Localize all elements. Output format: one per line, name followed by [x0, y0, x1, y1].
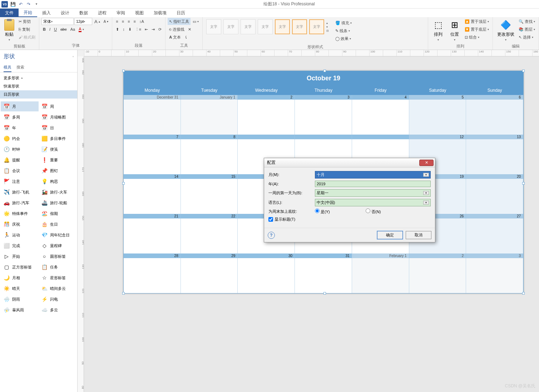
bold-button[interactable]: B [41, 26, 47, 33]
strike-button[interactable]: abc [59, 26, 68, 33]
font-size-combo[interactable]: 12pt ▾ [74, 18, 92, 25]
shape-item[interactable]: 🟡约会 [1, 134, 39, 144]
style-thumb[interactable]: 文字 [223, 19, 238, 34]
cross-tool-button[interactable]: ✕ [187, 26, 193, 33]
date-cell[interactable]: 6 [466, 95, 523, 100]
day-cell[interactable] [295, 100, 352, 135]
tab-design[interactable]: 设计 [56, 9, 74, 17]
align-justify-button[interactable]: ≡ [132, 18, 137, 25]
firstday-combo[interactable]: 星期一▾ [315, 189, 431, 197]
save-icon[interactable]: 💾 [10, 1, 16, 7]
date-cell[interactable]: 27 [466, 214, 523, 218]
layer-button[interactable]: 📚图层▾ [517, 26, 536, 33]
day-cell[interactable] [238, 258, 295, 293]
shape-item[interactable]: 🌧️阴雨 [1, 294, 39, 304]
send-back-button[interactable]: 🔽置于底层▾ [463, 26, 490, 33]
valign-top-button[interactable]: ⬆ [114, 26, 120, 33]
shape-item[interactable]: 🟨多日事件 [39, 134, 76, 144]
day-cell[interactable] [181, 100, 238, 135]
lang-combo[interactable]: 中文(中国)▾ [315, 199, 431, 206]
day-cell[interactable] [466, 139, 523, 174]
bring-front-button[interactable]: 🔼置于顶层▾ [463, 18, 490, 25]
day-cell[interactable] [238, 100, 295, 135]
help-button[interactable]: ? [268, 232, 275, 239]
date-cell[interactable]: 12 [409, 135, 466, 139]
day-cell[interactable] [409, 100, 466, 135]
line-button[interactable]: ✎线条▾ [334, 27, 353, 34]
connector-tool-button[interactable]: ⎋连接线 [168, 26, 186, 33]
tab-review[interactable]: 审阅 [112, 9, 130, 17]
shape-item[interactable]: 🚩注意 [1, 176, 39, 186]
day-cell[interactable] [181, 139, 238, 174]
date-cell[interactable]: 14 [124, 174, 181, 179]
stencil-more[interactable]: 更多形状 ▸ [0, 74, 77, 82]
shape-item[interactable]: ▢正方形标签 [1, 262, 39, 272]
italic-button[interactable]: I [48, 26, 52, 33]
align-right-button[interactable]: ≡ [126, 18, 131, 25]
tab-data[interactable]: 数据 [74, 9, 93, 17]
radio-no[interactable]: 否(N) [366, 208, 412, 215]
day-cell[interactable] [181, 258, 238, 293]
find-button[interactable]: 🔍查找▾ [517, 18, 536, 25]
font-color-button[interactable]: A▾ [77, 26, 85, 33]
select-button[interactable]: ↖选择▾ [517, 34, 536, 41]
shape-item[interactable]: ❗重要 [39, 155, 76, 165]
date-cell[interactable]: 20 [466, 174, 523, 179]
redo-icon[interactable]: ↷ [26, 1, 31, 7]
day-cell[interactable] [124, 139, 181, 174]
close-button[interactable]: ✕ [419, 160, 434, 166]
font-name-combo[interactable]: 宋体 ▾ [41, 18, 74, 25]
date-cell[interactable]: 22 [181, 214, 238, 218]
rectangle-tool-button[interactable]: ▭▾ [191, 18, 200, 25]
align-center-button[interactable]: ≡ [120, 18, 125, 25]
style-thumb[interactable]: 文字 [292, 19, 307, 34]
date-cell[interactable]: 8 [181, 135, 238, 139]
day-cell[interactable] [466, 258, 523, 293]
effects-button[interactable]: ◯效果▾ [334, 35, 353, 42]
grow-font-button[interactable]: A▴ [93, 18, 102, 25]
date-cell[interactable]: 29 [181, 253, 238, 258]
qat-customize-icon[interactable]: ▼ [34, 1, 39, 7]
cancel-button[interactable]: 取消 [406, 231, 431, 239]
pointer-tool-button[interactable]: ↖指针工具 [168, 18, 191, 25]
style-thumb[interactable]: 文字 [241, 19, 256, 34]
year-input[interactable] [315, 181, 431, 187]
shape-item[interactable]: 🕐时钟 [1, 144, 39, 154]
tab-view[interactable]: 视图 [130, 9, 149, 17]
day-cell[interactable] [181, 179, 238, 214]
format-painter-button[interactable]: 🖌格式刷 [17, 34, 37, 41]
shrink-font-button[interactable]: A▾ [102, 18, 110, 25]
date-cell[interactable]: 31 [295, 253, 352, 258]
shape-item[interactable]: 🚢旅行-轮船 [39, 198, 76, 208]
day-cell[interactable] [352, 100, 409, 135]
shape-item[interactable]: ✈️旅行-飞机 [1, 187, 39, 197]
paste-button[interactable]: 粘贴 ▾ [2, 18, 16, 43]
date-cell[interactable]: 28 [124, 253, 181, 258]
date-cell[interactable]: 4 [352, 95, 409, 100]
tab-process[interactable]: 进程 [93, 9, 112, 17]
shape-item[interactable]: ☆星形标签 [39, 273, 76, 283]
bullets-button[interactable]: ⋮≡ [134, 26, 143, 33]
date-cell[interactable] [295, 135, 352, 139]
style-thumb[interactable]: 文字 [309, 19, 324, 34]
day-cell[interactable] [124, 179, 181, 214]
underline-button[interactable]: U [53, 26, 58, 33]
date-cell[interactable]: 21 [124, 214, 181, 218]
day-cell[interactable] [124, 258, 181, 293]
shape-item[interactable]: ▷开始 [1, 251, 39, 261]
shape-item[interactable]: 📅周 [39, 101, 76, 111]
day-cell[interactable] [295, 258, 352, 293]
date-cell[interactable]: 13 [466, 135, 523, 139]
shape-item[interactable]: 💎周年纪念日 [39, 230, 76, 240]
month-combo[interactable]: 十月▾ [315, 171, 431, 179]
shape-item[interactable]: 📝便笺 [39, 144, 76, 154]
day-cell[interactable] [124, 100, 181, 135]
shapes-tab-stencils[interactable]: 模具 [4, 63, 11, 72]
order-button[interactable]: ⬚排列▾ [430, 18, 446, 43]
tab-home[interactable]: 开始 [19, 9, 37, 17]
date-cell[interactable]: 7 [124, 135, 181, 139]
shape-item[interactable]: 🎊庆祝 [1, 219, 39, 229]
stencil-calendar[interactable]: 日历形状 [0, 90, 77, 99]
shape-item[interactable]: 📋任务 [39, 262, 76, 272]
shape-item[interactable]: ○圆形标签 [39, 251, 76, 261]
